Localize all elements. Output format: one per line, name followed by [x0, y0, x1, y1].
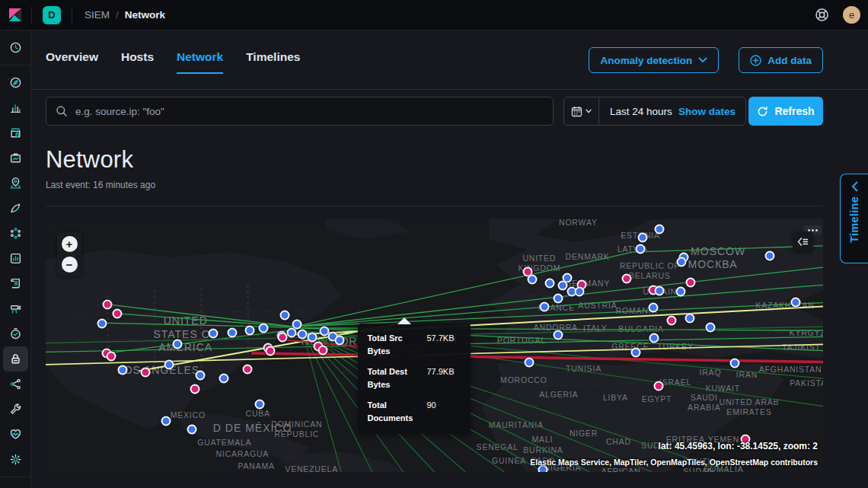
- map-point-destination[interactable]: [649, 333, 659, 343]
- kibana-logo[interactable]: [0, 8, 31, 22]
- map-point-destination[interactable]: [172, 340, 182, 349]
- search-box: [46, 97, 554, 126]
- add-data-button[interactable]: Add data: [739, 47, 823, 73]
- user-avatar[interactable]: e: [843, 6, 860, 24]
- sidebar-item-siem[interactable]: [3, 346, 28, 372]
- graph-icon: [9, 378, 22, 391]
- sidebar-item-metrics[interactable]: [3, 246, 28, 271]
- dev-tools-icon: [9, 403, 22, 416]
- map-point-source[interactable]: [102, 299, 112, 309]
- anomaly-detection-label: Anomaly detection: [600, 55, 692, 66]
- tab-network[interactable]: Network: [177, 50, 223, 74]
- sidebar-item-management[interactable]: [3, 447, 28, 472]
- network-map[interactable]: NORWAYESTONIALATVIAMOSCOWМОСКВАUNITED KI…: [46, 219, 823, 472]
- map-point-destination[interactable]: [557, 280, 567, 290]
- map-point-destination[interactable]: [118, 365, 128, 375]
- tab-overview[interactable]: Overview: [46, 50, 98, 74]
- map-point-destination[interactable]: [297, 329, 307, 339]
- sidebar-item-visualize[interactable]: [3, 95, 28, 120]
- map-point-source[interactable]: [621, 274, 631, 284]
- breadcrumb-app[interactable]: SIEM: [85, 9, 110, 21]
- map-point-destination[interactable]: [286, 328, 296, 338]
- sidebar-item-dashboard[interactable]: [3, 120, 28, 145]
- map-point-source[interactable]: [243, 364, 253, 374]
- map-point-destination[interactable]: [308, 333, 318, 343]
- sidebar-item-recently-viewed[interactable]: [3, 35, 28, 60]
- map-point-destination[interactable]: [729, 358, 739, 368]
- map-point-source[interactable]: [112, 308, 122, 318]
- map-point-destination[interactable]: [636, 244, 646, 254]
- tab-timelines[interactable]: Timelines: [246, 50, 300, 74]
- refresh-label: Refresh: [774, 105, 814, 117]
- sidebar-item-apm[interactable]: [3, 296, 28, 321]
- map-point-source[interactable]: [140, 367, 150, 377]
- map-point-destination[interactable]: [553, 330, 563, 340]
- map-point-destination[interactable]: [791, 297, 801, 307]
- map-point-source[interactable]: [278, 333, 288, 343]
- map-point-source[interactable]: [686, 278, 696, 288]
- map-point-destination[interactable]: [649, 302, 659, 312]
- map-point-destination[interactable]: [219, 374, 228, 384]
- map-point-destination[interactable]: [254, 400, 264, 410]
- sidebar-item-canvas[interactable]: [3, 145, 28, 171]
- map-point-source[interactable]: [266, 346, 276, 356]
- map-point-destination[interactable]: [164, 359, 174, 369]
- map-point-destination[interactable]: [705, 323, 715, 333]
- sidebar-item-monitoring[interactable]: [3, 422, 28, 447]
- map-point-destination[interactable]: [638, 232, 648, 242]
- map-point-destination[interactable]: [196, 370, 206, 380]
- anomaly-detection-button[interactable]: Anomaly detection: [589, 47, 719, 73]
- map-point-destination[interactable]: [97, 319, 107, 329]
- map-point-source[interactable]: [190, 384, 200, 394]
- map-point-destination[interactable]: [528, 275, 538, 285]
- sidebar-item-collapse-nav[interactable]: [3, 482, 28, 488]
- sidebar-item-logs[interactable]: [3, 271, 28, 296]
- space-badge[interactable]: D: [43, 6, 61, 24]
- map-attribution: Elastic Maps Service, MapTiler, OpenMapT…: [530, 458, 818, 467]
- sidebar-item-dev-tools[interactable]: [3, 397, 28, 422]
- map-point-destination[interactable]: [334, 336, 344, 346]
- sidebar-item-graph[interactable]: [3, 372, 28, 397]
- map-point-destination[interactable]: [685, 314, 695, 324]
- sidebar-item-infrastructure[interactable]: [3, 221, 28, 246]
- zoom-out-button[interactable]: −: [62, 257, 78, 273]
- map-point-destination[interactable]: [280, 311, 290, 321]
- map-point-destination[interactable]: [228, 327, 238, 337]
- search-input[interactable]: [75, 106, 544, 117]
- map-point-destination[interactable]: [258, 324, 268, 333]
- timeline-flyout-toggle[interactable]: Timeline: [840, 174, 868, 263]
- map-point-destination[interactable]: [544, 278, 554, 288]
- map-point-destination[interactable]: [575, 286, 585, 296]
- map-point-destination[interactable]: [630, 347, 640, 357]
- date-range-label[interactable]: Last 24 hours: [599, 97, 678, 125]
- map-point-destination[interactable]: [208, 329, 218, 339]
- tab-hosts[interactable]: Hosts: [121, 50, 154, 74]
- sidebar-item-machine-learning[interactable]: [3, 196, 28, 221]
- map-point-source[interactable]: [106, 351, 116, 361]
- logs-icon: [9, 277, 22, 290]
- map-point-destination[interactable]: [161, 416, 171, 426]
- map-point-destination[interactable]: [553, 293, 563, 303]
- map-point-source[interactable]: [318, 345, 328, 355]
- date-picker-calendar-button[interactable]: [564, 97, 599, 125]
- refresh-button[interactable]: Refresh: [748, 97, 823, 126]
- help-icon[interactable]: [815, 8, 829, 22]
- map-point-source[interactable]: [653, 381, 663, 391]
- map-point-destination[interactable]: [764, 251, 774, 261]
- sidebar-item-discover[interactable]: [3, 70, 28, 95]
- show-dates-link[interactable]: Show dates: [678, 97, 745, 125]
- map-point-destination[interactable]: [676, 286, 686, 296]
- sidebar-item-uptime[interactable]: [3, 321, 28, 346]
- map-point-destination[interactable]: [654, 285, 664, 295]
- map-point-destination[interactable]: [677, 257, 687, 267]
- map-point-destination[interactable]: [540, 301, 550, 311]
- sidebar-item-maps[interactable]: [3, 171, 28, 196]
- map-point-destination[interactable]: [187, 424, 196, 434]
- map-point-destination[interactable]: [654, 224, 664, 234]
- zoom-in-button[interactable]: +: [62, 236, 78, 252]
- map-legend-toggle-button[interactable]: [793, 231, 813, 252]
- map-point-destination[interactable]: [525, 357, 535, 367]
- map-point-source[interactable]: [666, 316, 676, 326]
- sidebar-nav: [0, 30, 31, 488]
- map-point-destination[interactable]: [244, 326, 254, 336]
